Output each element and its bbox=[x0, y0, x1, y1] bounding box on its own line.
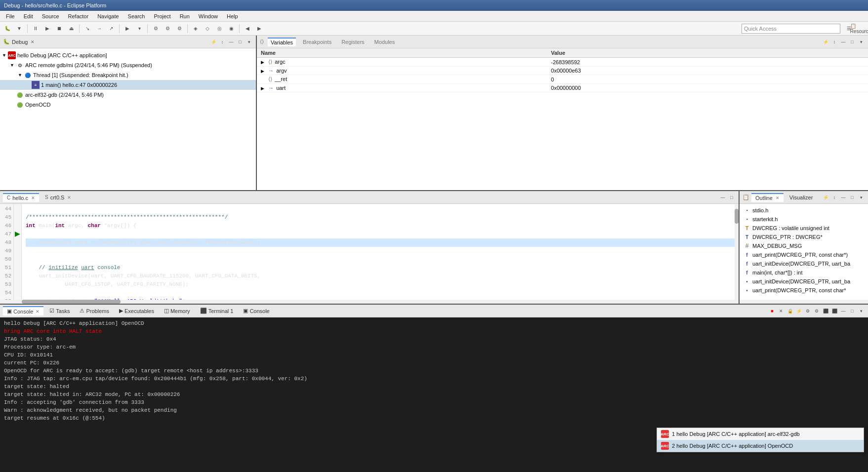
console-selector-item-2[interactable]: ARC 2 hello Debug [ARC C/C++ application… bbox=[657, 440, 864, 452]
menu-source[interactable]: Source bbox=[38, 12, 63, 20]
console-clear-btn[interactable]: ✕ bbox=[777, 307, 785, 315]
code-vscroll[interactable] bbox=[735, 204, 739, 300]
console-scroll-lock-btn[interactable]: 🔒 bbox=[786, 307, 794, 315]
outline-item-stdio[interactable]: ▪ stdio.h bbox=[740, 206, 868, 215]
debug-action-viewmenu[interactable]: ▾ bbox=[245, 38, 253, 46]
console-tab-problems[interactable]: ⚠ Problems bbox=[76, 307, 113, 315]
outline-item-main[interactable]: f main(int, char*[]) : int bbox=[740, 268, 868, 277]
menu-file[interactable]: File bbox=[2, 12, 19, 20]
debug-action-1[interactable]: ⚡ bbox=[209, 38, 217, 46]
code-action-minimize[interactable]: — bbox=[719, 194, 727, 201]
console-tab-terminal[interactable]: ⬛ Terminal 1 bbox=[196, 307, 238, 315]
code-tab-crt0[interactable]: S crt0.S ✕ bbox=[41, 194, 75, 201]
console-tab-console2[interactable]: ▣ Console bbox=[239, 307, 273, 315]
toolbar-btn-more4[interactable]: ◉ bbox=[226, 23, 237, 34]
console-selector-item-1[interactable]: ARC 1 hello Debug [ARC C/C++ application… bbox=[657, 428, 864, 440]
toolbar-btn-nav1[interactable]: ◀ bbox=[242, 23, 253, 34]
debug-action-minimize[interactable]: — bbox=[227, 38, 235, 46]
code-vscroll-thumb[interactable] bbox=[735, 209, 739, 224]
console-tab-tasks[interactable]: ☑ Tasks bbox=[45, 307, 74, 315]
toolbar-btn-run-dd[interactable]: ▾ bbox=[134, 23, 145, 34]
menu-edit[interactable]: Edit bbox=[20, 12, 37, 20]
var-action-2[interactable]: ↕ bbox=[830, 38, 838, 46]
toolbar-btn-more3[interactable]: ◎ bbox=[214, 23, 225, 34]
menu-help[interactable]: Help bbox=[223, 12, 242, 20]
var-expand-argc[interactable]: ▶ bbox=[261, 60, 267, 65]
menu-search[interactable]: Search bbox=[124, 12, 149, 20]
tree-arrow-1[interactable]: ▼ bbox=[10, 63, 16, 68]
var-row-argv[interactable]: ▶ → argv 0x00000e63 bbox=[257, 67, 868, 75]
toolbar-btn-nav2[interactable]: ▶ bbox=[254, 23, 265, 34]
code-hscroll[interactable] bbox=[0, 300, 739, 304]
toolbar-btn-resume[interactable]: ▶ bbox=[42, 23, 53, 34]
console-action-1[interactable]: ⚡ bbox=[795, 307, 803, 315]
debug-action-2[interactable]: ↕ bbox=[218, 38, 226, 46]
outline-action-viewmenu[interactable]: ▾ bbox=[857, 194, 865, 201]
console-minimize[interactable]: — bbox=[839, 307, 847, 315]
var-row-uart[interactable]: ▶ → uart 0x00000000 bbox=[257, 84, 868, 92]
toolbar-btn-run[interactable]: ▶ bbox=[122, 23, 133, 34]
outline-action-minimize[interactable]: — bbox=[839, 194, 847, 201]
menu-refactor[interactable]: Refactor bbox=[64, 12, 93, 20]
quick-access-box[interactable]: Quick Access bbox=[742, 24, 840, 34]
tree-item-openocd[interactable]: 🟢 OpenOCD bbox=[0, 100, 256, 110]
tree-item-elf32[interactable]: 🟢 arc-elf32-gdb (2/24/14, 5:46 PM) bbox=[0, 90, 256, 100]
toolbar-btn-ext2[interactable]: ⚙ bbox=[162, 23, 173, 34]
crt0-close[interactable]: ✕ bbox=[67, 195, 71, 200]
tree-item-thread[interactable]: ▼ 🔵 Thread [1] (Suspended: Breakpoint hi… bbox=[0, 70, 256, 80]
menu-navigate[interactable]: Navigate bbox=[93, 12, 123, 20]
outline-item-maxdebug[interactable]: # MAX_DEBUG_MSG bbox=[740, 241, 868, 250]
outline-hscroll[interactable] bbox=[740, 300, 868, 304]
outline-item-starterkit[interactable]: ▪ starterkit.h bbox=[740, 215, 868, 224]
var-action-viewmenu[interactable]: ▾ bbox=[857, 38, 865, 46]
outline-action-2[interactable]: ↕ bbox=[830, 194, 838, 201]
tab-variables[interactable]: Variables bbox=[268, 38, 296, 46]
toolbar-btn-skip[interactable]: ⏸ bbox=[30, 23, 41, 34]
console-viewmenu[interactable]: ▾ bbox=[857, 307, 865, 315]
hello-c-close[interactable]: ✕ bbox=[31, 196, 35, 200]
outline-item-uart-init-2[interactable]: • uart_initDevice(DWCREG_PTR, uart_ba bbox=[740, 277, 868, 286]
toolbar-btn-disconnect[interactable]: ⏏ bbox=[66, 23, 77, 34]
var-action-minimize[interactable]: — bbox=[839, 38, 847, 46]
code-hscroll-thumb[interactable] bbox=[22, 300, 121, 304]
toolbar-btn-1[interactable]: ▼ bbox=[14, 23, 25, 34]
toolbar-btn-step-over[interactable]: → bbox=[94, 23, 105, 34]
outline-action-1[interactable]: ⚡ bbox=[822, 194, 829, 201]
outline-item-dwcreg-ptr[interactable]: T DWCREG_PTR : DWCREG* bbox=[740, 233, 868, 241]
code-tab-hello[interactable]: C hello.c ✕ bbox=[3, 193, 39, 202]
menu-run[interactable]: Run bbox=[176, 12, 194, 20]
code-content[interactable]: /***************************************… bbox=[22, 204, 735, 300]
code-action-maximize[interactable]: □ bbox=[728, 194, 736, 201]
tree-item-frame[interactable]: ≡ 1 main() hello.c:47 0x00000226 bbox=[0, 80, 256, 90]
toolbar-btn-more1[interactable]: ◈ bbox=[190, 23, 201, 34]
outline-close[interactable]: ✕ bbox=[776, 196, 780, 200]
var-expand-uart[interactable]: ▶ bbox=[261, 86, 267, 91]
outline-item-dwcreg[interactable]: T DWCREG : volatile unsigned int bbox=[740, 224, 868, 233]
tree-item-hello[interactable]: ▼ ARC hello Debug [ARC C/C++ application… bbox=[0, 50, 256, 60]
toolbar-btn-ext3[interactable]: ⚙ bbox=[174, 23, 185, 34]
debug-close-btn[interactable]: ✕ bbox=[31, 39, 35, 44]
debug-action-maximize[interactable]: □ bbox=[236, 38, 244, 46]
tab-modules[interactable]: Modules bbox=[372, 38, 398, 46]
menu-project[interactable]: Project bbox=[150, 12, 174, 20]
var-expand-argv[interactable]: ▶ bbox=[261, 69, 267, 74]
console-action-4[interactable]: ⬛ bbox=[822, 307, 829, 315]
console-action-2[interactable]: ⚙ bbox=[804, 307, 812, 315]
outline-item-uart-print[interactable]: f uart_print(DWCREG_PTR, const char*) bbox=[740, 250, 868, 259]
toolbar-btn-stop[interactable]: ⏹ bbox=[54, 23, 65, 34]
toolbar-btn-resource[interactable]: 📋 Resource bbox=[855, 23, 866, 34]
tab-outline[interactable]: Outline ✕ bbox=[751, 193, 784, 202]
console-stop-btn[interactable]: ■ bbox=[768, 307, 776, 315]
var-action-maximize[interactable]: □ bbox=[848, 38, 856, 46]
console-tab-console1[interactable]: ▣ Console ✕ bbox=[3, 306, 43, 315]
var-row-argc[interactable]: ▶ ⟨⟩ argc -268398592 bbox=[257, 58, 868, 67]
tree-item-gdb[interactable]: ▼ ⚙ ARC remote gdb/mi (2/24/14, 5:46 PM)… bbox=[0, 60, 256, 70]
tab-registers[interactable]: Registers bbox=[338, 38, 367, 46]
console-tab-executables[interactable]: ▶ Executables bbox=[115, 307, 158, 315]
outline-action-maximize[interactable]: □ bbox=[848, 194, 856, 201]
console-tab-memory[interactable]: ◫ Memory bbox=[160, 307, 194, 315]
toolbar-btn-debug[interactable]: 🐛 bbox=[2, 23, 13, 34]
tree-arrow-2[interactable]: ▼ bbox=[18, 73, 24, 78]
outline-item-uart-init-1[interactable]: f uart_initDevice(DWCREG_PTR, uart_ba bbox=[740, 259, 868, 268]
var-row-ret[interactable]: ⟨⟩ __ret 0 bbox=[257, 75, 868, 84]
